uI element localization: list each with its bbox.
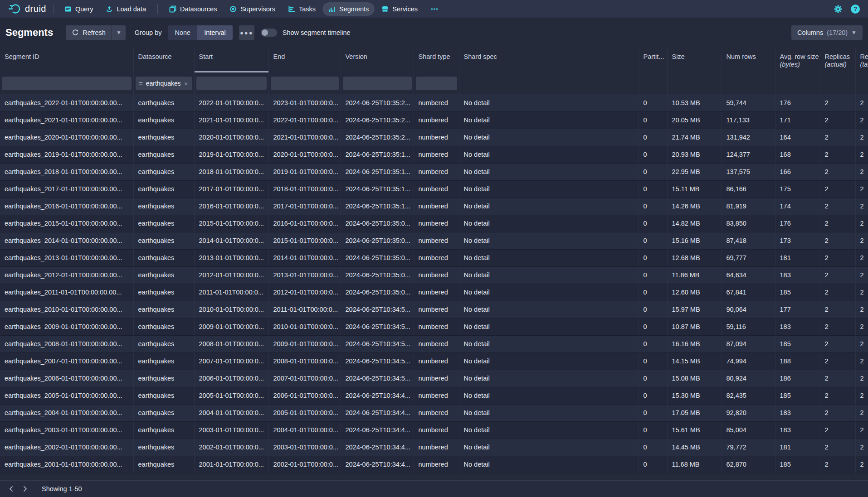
cell-datasource[interactable]: earthquakes xyxy=(133,318,194,335)
cell-version[interactable]: 2024-06-25T10:35:1... xyxy=(341,163,414,180)
cell-size[interactable]: 16.16 MB xyxy=(667,335,722,352)
column-header-start[interactable]: Start xyxy=(194,47,268,72)
cell-size[interactable]: 11.68 MB xyxy=(667,456,722,473)
cell-num-rows[interactable]: 82,435 xyxy=(722,387,775,404)
cell-partition[interactable]: 0 xyxy=(639,284,667,301)
prev-page-button[interactable] xyxy=(5,483,18,495)
cell-version[interactable]: 2024-06-25T10:34:4... xyxy=(341,404,414,421)
cell-id[interactable]: earthquakes_2008-01-01T00:00:00.00... xyxy=(0,335,133,352)
nav-item-supervisors[interactable]: Supervisors xyxy=(224,2,281,16)
cell-replication-factor[interactable]: 2 xyxy=(855,387,868,404)
cell-replicas[interactable]: 2 xyxy=(820,129,855,146)
cell-version[interactable]: 2024-06-25T10:34:4... xyxy=(341,439,414,456)
cell-shard-type[interactable]: numbered xyxy=(414,180,459,198)
cell-avg-row-size[interactable]: 185 xyxy=(775,456,820,473)
cell-shard-spec[interactable]: No detail xyxy=(459,163,639,180)
cell-partition[interactable]: 0 xyxy=(639,318,667,335)
cell-replicas[interactable]: 2 xyxy=(820,146,855,163)
cell-shard-type[interactable]: numbered xyxy=(414,215,459,232)
nav-item-datasources[interactable]: Datasources xyxy=(163,2,223,16)
cell-shard-type[interactable]: numbered xyxy=(414,421,459,439)
cell-size[interactable]: 14.45 MB xyxy=(667,439,722,456)
cell-start[interactable]: 2009-01-01T00:00:0... xyxy=(194,318,268,335)
cell-replicas[interactable]: 2 xyxy=(820,335,855,352)
cell-replication-factor[interactable]: 2 xyxy=(855,146,868,163)
cell-replication-factor[interactable]: 2 xyxy=(855,301,868,318)
cell-datasource[interactable]: earthquakes xyxy=(133,198,194,215)
cell-start[interactable]: 2012-01-01T00:00:0... xyxy=(194,266,268,284)
cell-avg-row-size[interactable]: 175 xyxy=(775,180,820,198)
cell-end[interactable]: 2011-01-01T00:00:0... xyxy=(268,301,341,318)
cell-version[interactable]: 2024-06-25T10:34:5... xyxy=(341,335,414,352)
cell-shard-spec[interactable]: No detail xyxy=(459,146,639,163)
cell-avg-row-size[interactable]: 188 xyxy=(775,352,820,370)
cell-shard-type[interactable]: numbered xyxy=(414,370,459,387)
cell-avg-row-size[interactable]: 186 xyxy=(775,370,820,387)
cell-num-rows[interactable]: 85,004 xyxy=(722,421,775,439)
cell-start[interactable]: 2014-01-01T00:00:0... xyxy=(194,232,268,249)
cell-shard-type[interactable]: numbered xyxy=(414,249,459,266)
cell-version[interactable]: 2024-06-25T10:35:2... xyxy=(341,111,414,129)
cell-shard-spec[interactable]: No detail xyxy=(459,215,639,232)
filter-input-end[interactable] xyxy=(271,77,339,90)
cell-datasource[interactable]: earthquakes xyxy=(133,370,194,387)
columns-button[interactable]: Columns (17/20) ▼ xyxy=(791,25,863,40)
cell-replication-factor[interactable]: 2 xyxy=(855,198,868,215)
cell-id[interactable]: earthquakes_2019-01-01T00:00:00.00... xyxy=(0,146,133,163)
cell-datasource[interactable]: earthquakes xyxy=(133,180,194,198)
cell-avg-row-size[interactable]: 181 xyxy=(775,249,820,266)
cell-replication-factor[interactable]: 2 xyxy=(855,439,868,456)
cell-id[interactable]: earthquakes_2014-01-01T00:00:00.00... xyxy=(0,232,133,249)
cell-shard-spec[interactable]: No detail xyxy=(459,370,639,387)
cell-replicas[interactable]: 2 xyxy=(820,404,855,421)
cell-id[interactable]: earthquakes_2007-01-01T00:00:00.00... xyxy=(0,352,133,370)
segment-timeline-toggle[interactable] xyxy=(261,29,277,37)
cell-replication-factor[interactable]: 2 xyxy=(855,232,868,249)
cell-replicas[interactable]: 2 xyxy=(820,284,855,301)
cell-size[interactable]: 21.74 MB xyxy=(667,129,722,146)
cell-num-rows[interactable]: 83,850 xyxy=(722,215,775,232)
cell-replicas[interactable]: 2 xyxy=(820,439,855,456)
cell-id[interactable]: earthquakes_2022-01-01T00:00:00.00... xyxy=(0,94,133,111)
cell-start[interactable]: 2002-01-01T00:00:0... xyxy=(194,439,268,456)
cell-version[interactable]: 2024-06-25T10:35:0... xyxy=(341,249,414,266)
cell-id[interactable]: earthquakes_2003-01-01T00:00:00.00... xyxy=(0,421,133,439)
cell-datasource[interactable]: earthquakes xyxy=(133,129,194,146)
cell-partition[interactable]: 0 xyxy=(639,232,667,249)
cell-datasource[interactable]: earthquakes xyxy=(133,421,194,439)
cell-avg-row-size[interactable]: 177 xyxy=(775,301,820,318)
cell-shard-type[interactable]: numbered xyxy=(414,456,459,473)
cell-avg-row-size[interactable]: 173 xyxy=(775,232,820,249)
cell-avg-row-size[interactable]: 181 xyxy=(775,439,820,456)
refresh-button[interactable]: Refresh xyxy=(66,25,112,40)
cell-avg-row-size[interactable]: 185 xyxy=(775,335,820,352)
cell-start[interactable]: 2015-01-01T00:00:0... xyxy=(194,215,268,232)
cell-id[interactable]: earthquakes_2010-01-01T00:00:00.00... xyxy=(0,301,133,318)
nav-item-segments[interactable]: Segments xyxy=(322,2,375,16)
column-header-size[interactable]: Size xyxy=(667,47,722,72)
cell-shard-type[interactable]: numbered xyxy=(414,163,459,180)
cell-shard-type[interactable]: numbered xyxy=(414,284,459,301)
cell-end[interactable]: 2017-01-01T00:00:0... xyxy=(268,198,341,215)
cell-num-rows[interactable]: 80,924 xyxy=(722,370,775,387)
cell-shard-spec[interactable]: No detail xyxy=(459,352,639,370)
cell-replicas[interactable]: 2 xyxy=(820,352,855,370)
cell-shard-type[interactable]: numbered xyxy=(414,111,459,129)
filter-input-segment-id[interactable] xyxy=(2,77,132,90)
cell-size[interactable]: 15.97 MB xyxy=(667,301,722,318)
cell-shard-spec[interactable]: No detail xyxy=(459,421,639,439)
cell-avg-row-size[interactable]: 185 xyxy=(775,387,820,404)
filter-input-shard-type[interactable] xyxy=(416,77,457,90)
cell-end[interactable]: 2013-01-01T00:00:0... xyxy=(268,266,341,284)
cell-version[interactable]: 2024-06-25T10:35:0... xyxy=(341,266,414,284)
cell-partition[interactable]: 0 xyxy=(639,163,667,180)
cell-shard-type[interactable]: numbered xyxy=(414,318,459,335)
cell-shard-spec[interactable]: No detail xyxy=(459,335,639,352)
cell-start[interactable]: 2005-01-01T00:00:0... xyxy=(194,387,268,404)
cell-num-rows[interactable]: 87,094 xyxy=(722,335,775,352)
cell-version[interactable]: 2024-06-25T10:34:4... xyxy=(341,421,414,439)
cell-partition[interactable]: 0 xyxy=(639,129,667,146)
cell-num-rows[interactable]: 87,418 xyxy=(722,232,775,249)
cell-size[interactable]: 14.26 MB xyxy=(667,198,722,215)
cell-datasource[interactable]: earthquakes xyxy=(133,335,194,352)
